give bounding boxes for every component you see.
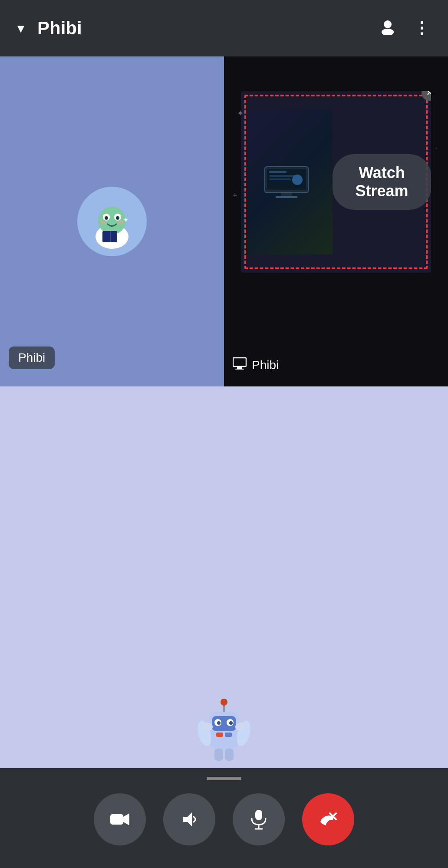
- svg-rect-37: [214, 749, 223, 761]
- screen-share-username: Phibi: [252, 358, 279, 372]
- svg-rect-16: [276, 196, 297, 198]
- toolbar-handle: [207, 777, 241, 780]
- svg-rect-9: [110, 231, 111, 242]
- svg-point-11: [100, 220, 106, 224]
- stream-close-button[interactable]: ✕: [422, 91, 431, 101]
- svg-point-7: [116, 216, 119, 220]
- header-actions: ⋮: [379, 18, 431, 39]
- svg-point-39: [202, 723, 213, 731]
- monitor-icon: [233, 357, 247, 373]
- svg-point-12: [118, 220, 124, 224]
- local-name-badge: Phibi: [9, 347, 55, 369]
- page-title: Phibi: [37, 18, 379, 39]
- svg-rect-21: [233, 358, 246, 366]
- stream-preview-box: ✕ Watch Stream: [241, 91, 432, 273]
- svg-point-32: [221, 699, 227, 706]
- svg-rect-41: [110, 814, 123, 825]
- bottom-toolbar: [0, 768, 448, 868]
- svg-point-40: [235, 723, 246, 731]
- toolbar-buttons-group: [94, 793, 354, 845]
- svg-point-20: [292, 175, 303, 185]
- svg-rect-36: [225, 733, 232, 737]
- video-grid: ✦ Phibi: [0, 56, 448, 386]
- svg-rect-17: [269, 171, 287, 173]
- svg-rect-38: [225, 749, 234, 761]
- svg-point-6: [105, 216, 108, 220]
- camera-button[interactable]: [94, 793, 146, 845]
- avatar: ✦: [77, 187, 147, 256]
- svg-point-29: [217, 721, 221, 725]
- speaker-button[interactable]: [163, 793, 215, 845]
- robot-mascot-svg: [185, 686, 263, 764]
- end-call-button[interactable]: [302, 793, 354, 845]
- local-video-panel: ✦ Phibi: [0, 56, 224, 386]
- chevron-down-icon[interactable]: ▾: [17, 20, 24, 36]
- sparkle-icon-3: +: [233, 191, 237, 200]
- mic-button[interactable]: [233, 793, 285, 845]
- svg-marker-42: [123, 813, 129, 825]
- profile-icon[interactable]: [379, 18, 396, 39]
- monitor-background: [241, 109, 333, 254]
- more-options-icon[interactable]: ⋮: [413, 19, 431, 38]
- header: ▾ Phibi ⋮: [0, 0, 448, 56]
- svg-rect-18: [269, 175, 295, 177]
- svg-rect-15: [281, 193, 292, 196]
- remote-screen-panel: ✕ Watch Stream ✦ · + Phibi: [224, 56, 448, 386]
- sparkle-icon: ✦: [237, 109, 244, 118]
- svg-rect-23: [235, 369, 244, 370]
- monitor-scene-svg: [260, 165, 313, 199]
- watch-stream-button[interactable]: Watch Stream: [333, 154, 432, 210]
- svg-rect-19: [269, 178, 291, 180]
- close-icon: ✕: [426, 91, 432, 98]
- svg-point-1: [382, 29, 394, 35]
- sparkle-icon-2: ·: [435, 143, 437, 152]
- robot-mascot: [185, 686, 263, 764]
- svg-rect-22: [237, 366, 242, 369]
- svg-rect-35: [216, 733, 223, 737]
- frog-avatar-svg: ✦: [82, 191, 142, 252]
- svg-rect-44: [255, 810, 262, 820]
- svg-point-30: [229, 721, 233, 725]
- svg-marker-43: [183, 812, 192, 826]
- screen-name-badge: Phibi: [233, 357, 279, 373]
- svg-point-0: [384, 20, 392, 28]
